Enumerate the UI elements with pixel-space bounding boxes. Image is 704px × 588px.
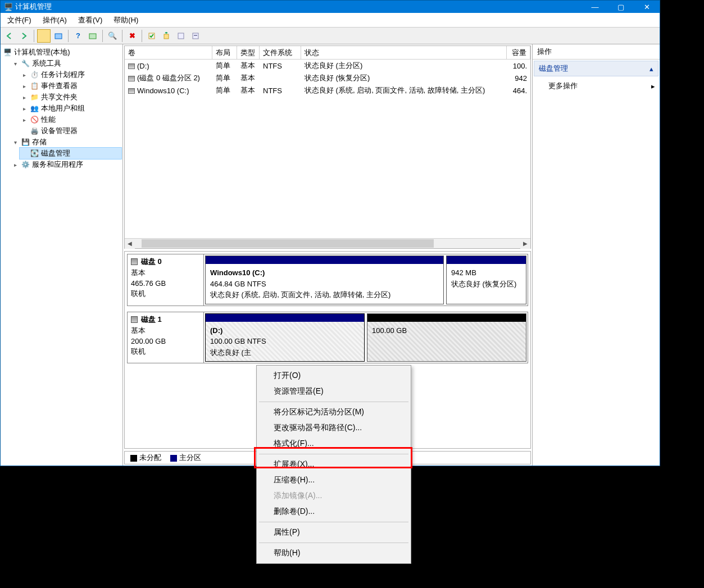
context-menu-item[interactable]: 属性(P) <box>258 525 410 540</box>
chevron-right-icon[interactable]: ▸ <box>21 117 28 123</box>
context-menu-item[interactable]: 将分区标记为活动分区(M) <box>258 404 410 420</box>
perf-icon: 🚫 <box>30 115 39 124</box>
menu-view[interactable]: 查看(V) <box>75 14 106 26</box>
partition[interactable]: (D:)100.00 GB NTFS状态良好 (主 <box>205 313 365 362</box>
tb-icon-2[interactable] <box>52 29 65 43</box>
tree-root[interactable]: 🖥️ 计算机管理(本地) <box>2 47 121 58</box>
legend-unallocated: 未分配 <box>130 453 161 463</box>
col-volume[interactable]: 卷 <box>125 46 212 59</box>
tb-icon-8[interactable] <box>189 29 202 43</box>
tree-device-manager[interactable]: 🖨️设备管理器 <box>20 125 121 136</box>
tree-shared-folders[interactable]: ▸📁共享文件夹 <box>20 92 121 103</box>
col-capacity[interactable]: 容量 <box>507 46 530 59</box>
chevron-down-icon[interactable]: ▾ <box>12 61 19 67</box>
context-menu-item[interactable]: 帮助(H) <box>258 545 410 561</box>
h-scrollbar[interactable]: ◀ ▶ <box>125 238 530 248</box>
chevron-right-icon[interactable]: ▸ <box>12 162 19 168</box>
scroll-left-icon[interactable]: ◀ <box>125 239 135 249</box>
scroll-right-icon[interactable]: ▶ <box>520 239 530 249</box>
disk-size: 465.76 GB <box>131 279 199 288</box>
partition[interactable]: 942 MB状态良好 (恢复分区) <box>446 256 526 304</box>
col-type[interactable]: 类型 <box>237 46 260 59</box>
tb-icon-7[interactable] <box>174 29 188 43</box>
context-menu[interactable]: 打开(O)资源管理器(E)将分区标记为活动分区(M)更改驱动器号和路径(C)..… <box>256 365 411 564</box>
close-button[interactable]: ✕ <box>634 1 660 13</box>
table-row[interactable]: (D:)简单基本NTFS状态良好 (主分区)100. <box>125 60 530 72</box>
context-menu-item[interactable]: 删除卷(D)... <box>258 504 410 519</box>
disk-icon <box>131 258 138 265</box>
svg-rect-3 <box>164 34 169 39</box>
col-fs[interactable]: 文件系统 <box>260 46 301 59</box>
toolbar: ? 🔍 ✖ <box>1 28 660 44</box>
disk-icon: 💽 <box>30 149 39 158</box>
disk-type: 基本 <box>131 326 199 336</box>
chevron-right-icon: ▸ <box>651 82 655 90</box>
actions-pane: 操作 磁盘管理 ▴ 更多操作 ▸ <box>533 44 660 466</box>
device-icon: 🖨️ <box>30 126 39 135</box>
tree-storage[interactable]: ▾ 💾 存储 <box>11 136 121 148</box>
folder-icon: 📁 <box>30 93 39 102</box>
tb-icon-4[interactable]: 🔍 <box>106 29 119 43</box>
event-icon: 📋 <box>30 81 39 90</box>
tree-local-users[interactable]: ▸👥本地用户和组 <box>20 103 121 114</box>
svg-rect-6 <box>194 35 197 36</box>
chevron-right-icon[interactable]: ▸ <box>21 72 28 78</box>
help-icon[interactable]: ? <box>71 29 85 43</box>
table-row[interactable]: (磁盘 0 磁盘分区 2)简单基本状态良好 (恢复分区)942 <box>125 72 530 84</box>
disk-row: 磁盘 1基本200.00 GB联机(D:)100.00 GB NTFS状态良好 … <box>127 312 528 364</box>
tree-disk-management[interactable]: 💽磁盘管理 <box>20 148 121 159</box>
disk-title: 磁盘 1 <box>131 314 199 325</box>
svg-rect-1 <box>89 34 96 39</box>
tools-icon: 🔧 <box>21 59 30 68</box>
disk-state: 联机 <box>131 289 199 299</box>
chevron-down-icon[interactable]: ▾ <box>12 139 19 145</box>
context-menu-item[interactable]: 更改驱动器号和路径(C)... <box>258 420 410 436</box>
actions-section[interactable]: 磁盘管理 ▴ <box>534 61 658 76</box>
disk-title: 磁盘 0 <box>131 257 199 267</box>
chevron-right-icon[interactable]: ▸ <box>21 94 28 101</box>
context-menu-item[interactable]: 压缩卷(H)... <box>258 472 410 488</box>
context-menu-item: 添加镜像(A)... <box>258 488 410 504</box>
context-menu-item[interactable]: 资源管理器(E) <box>258 384 410 399</box>
chevron-right-icon[interactable]: ▸ <box>21 106 28 112</box>
disk-state: 联机 <box>131 347 199 357</box>
volume-table[interactable]: 卷 布局 类型 文件系统 状态 容量 (D:)简单基本NTFS状态良好 (主分区… <box>124 45 531 249</box>
partition[interactable]: Windows10 (C:)464.84 GB NTFS状态良好 (系统, 启动… <box>205 256 444 304</box>
table-row[interactable]: Windows10 (C:)简单基本NTFS状态良好 (系统, 启动, 页面文件… <box>125 84 530 97</box>
chevron-right-icon[interactable]: ▸ <box>21 83 28 89</box>
col-status[interactable]: 状态 <box>301 46 507 59</box>
disk-icon <box>131 316 138 323</box>
storage-icon: 💾 <box>21 138 30 147</box>
menu-file[interactable]: 文件(F) <box>4 14 35 26</box>
menubar: 文件(F) 操作(A) 查看(V) 帮助(H) <box>1 13 660 28</box>
menu-help[interactable]: 帮助(H) <box>110 14 142 26</box>
tree-services[interactable]: ▸ ⚙️ 服务和应用程序 <box>11 159 121 170</box>
tb-icon-5[interactable] <box>145 29 158 43</box>
tree-event-viewer[interactable]: ▸📋事件查看器 <box>20 80 121 92</box>
forward-button[interactable] <box>17 29 31 43</box>
back-button[interactable] <box>3 29 16 43</box>
disk-size: 200.00 GB <box>131 337 199 345</box>
tb-icon-1[interactable] <box>37 29 51 43</box>
nav-tree[interactable]: 🖥️ 计算机管理(本地) ▾ 🔧 系统工具 ▸⏱️任务计划程序 <box>1 44 123 466</box>
actions-more[interactable]: 更多操作 ▸ <box>533 78 660 94</box>
minimize-button[interactable]: — <box>582 1 608 13</box>
context-menu-item[interactable]: 打开(O) <box>258 368 410 384</box>
collapse-icon[interactable]: ▴ <box>650 65 653 73</box>
tree-performance[interactable]: ▸🚫性能 <box>20 114 121 125</box>
context-menu-item[interactable]: 扩展卷(X)... <box>258 457 410 472</box>
actions-header: 操作 <box>533 44 660 60</box>
partition[interactable]: 100.00 GB <box>367 313 526 362</box>
tb-icon-3[interactable] <box>86 29 99 43</box>
tree-systools[interactable]: ▾ 🔧 系统工具 <box>11 58 121 69</box>
menu-action[interactable]: 操作(A) <box>39 14 70 26</box>
context-menu-item[interactable]: 格式化(F)... <box>258 436 410 452</box>
delete-icon[interactable]: ✖ <box>125 29 139 43</box>
tree-task-scheduler[interactable]: ▸⏱️任务计划程序 <box>20 69 121 80</box>
svg-rect-0 <box>55 34 62 39</box>
col-layout[interactable]: 布局 <box>212 46 237 59</box>
scroll-thumb[interactable] <box>142 239 434 248</box>
maximize-button[interactable]: ▢ <box>608 1 634 13</box>
window-title: 计算机管理 <box>15 2 52 12</box>
tb-icon-6[interactable] <box>160 29 173 43</box>
